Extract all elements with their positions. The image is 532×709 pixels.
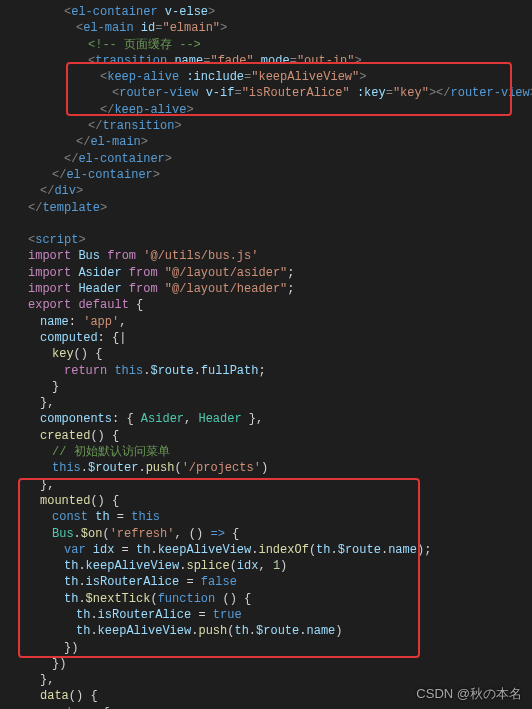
token: () { <box>69 689 98 703</box>
token: > <box>174 119 181 133</box>
token: "out-in" <box>297 54 355 68</box>
token: name <box>40 315 69 329</box>
token: th <box>316 543 330 557</box>
token: > <box>76 184 83 198</box>
code-line[interactable]: th.isRouterAlice = true <box>28 607 532 623</box>
token: > <box>165 152 172 166</box>
token: : { <box>112 412 141 426</box>
code-line[interactable]: th.$nextTick(function () { <box>28 591 532 607</box>
token: import <box>28 282 71 296</box>
code-line[interactable]: }) <box>28 640 532 656</box>
code-line[interactable]: th.keepAliveView.push(th.$route.name) <box>28 623 532 639</box>
token: "isRouterAlice" <box>242 86 350 100</box>
code-line[interactable]: }) <box>28 656 532 672</box>
token: push <box>146 461 175 475</box>
code-line[interactable]: Bus.$on('refresh', () => { <box>28 526 532 542</box>
token: el-container <box>66 168 152 182</box>
token: isRouterAlice <box>98 608 192 622</box>
code-line[interactable]: computed: {| <box>28 330 532 346</box>
token: mode <box>261 54 290 68</box>
token: . <box>90 624 97 638</box>
token <box>122 282 129 296</box>
token: div <box>54 184 76 198</box>
code-line[interactable]: <!-- 页面缓存 --> <box>28 37 532 53</box>
code-line[interactable]: </el-main> <box>28 134 532 150</box>
code-line[interactable]: </div> <box>28 183 532 199</box>
token: ( <box>174 461 181 475</box>
token: keepAliveView <box>98 624 192 638</box>
token: <!-- 页面缓存 --> <box>88 38 201 52</box>
code-line[interactable]: const th = this <box>28 509 532 525</box>
code-line[interactable]: <router-view v-if="isRouterAlice" :key="… <box>28 85 532 101</box>
code-line[interactable]: <el-main id="elmain"> <box>28 20 532 36</box>
token: el-container <box>78 152 164 166</box>
code-line[interactable]: mounted() { <box>28 493 532 509</box>
token: , <box>184 412 198 426</box>
token: th <box>76 624 90 638</box>
code-line[interactable]: key() { <box>28 346 532 362</box>
code-line[interactable]: return this.$route.fullPath; <box>28 363 532 379</box>
code-line[interactable]: import Header from "@/layout/header"; <box>28 281 532 297</box>
code-area[interactable]: <el-container v-else><el-main id="elmain… <box>24 0 532 709</box>
token: $on <box>81 527 103 541</box>
code-line[interactable]: } <box>28 379 532 395</box>
code-line[interactable]: th.isRouterAlice = false <box>28 574 532 590</box>
token: keep-alive <box>114 103 186 117</box>
code-line[interactable]: </keep-alive> <box>28 102 532 118</box>
token: ( <box>150 592 157 606</box>
token: // 初始默认访问菜单 <box>52 445 170 459</box>
token: :include <box>186 70 244 84</box>
code-line[interactable]: <script> <box>28 232 532 248</box>
code-line[interactable]: }, <box>28 395 532 411</box>
code-line[interactable]: }, <box>28 477 532 493</box>
token: from <box>129 282 158 296</box>
code-line[interactable]: <keep-alive :include="keepAliveView"> <box>28 69 532 85</box>
code-line[interactable]: </el-container> <box>28 151 532 167</box>
token: </ <box>40 184 54 198</box>
code-line[interactable]: // 初始默认访问菜单 <box>28 444 532 460</box>
token: : <box>69 315 83 329</box>
token: > <box>220 21 227 35</box>
token: . <box>90 608 97 622</box>
code-line[interactable]: import Asider from "@/layout/asider"; <box>28 265 532 281</box>
token: indexOf <box>258 543 308 557</box>
token: }, <box>40 673 54 687</box>
token: ( <box>230 559 237 573</box>
token: , <box>119 315 126 329</box>
token: "key" <box>393 86 429 100</box>
code-line[interactable]: var idx = th.keepAliveView.indexOf(th.$r… <box>28 542 532 558</box>
code-line[interactable]: <el-container v-else> <box>28 4 532 20</box>
code-line[interactable]: export default { <box>28 297 532 313</box>
code-line[interactable]: </el-container> <box>28 167 532 183</box>
token: import <box>28 266 71 280</box>
token: }, <box>242 412 264 426</box>
code-line[interactable]: this.$router.push('/projects') <box>28 460 532 476</box>
token: idx <box>237 559 259 573</box>
token: keepAliveView <box>86 559 180 573</box>
token: () { <box>90 429 119 443</box>
token: true <box>213 608 242 622</box>
code-line[interactable]: import Bus from '@/utils/bus.js' <box>28 248 532 264</box>
code-editor[interactable]: <el-container v-else><el-main id="elmain… <box>0 0 532 709</box>
token: 1 <box>273 559 280 573</box>
token: = <box>290 54 297 68</box>
code-line[interactable]: created() { <box>28 428 532 444</box>
token: Header <box>78 282 121 296</box>
token: template <box>42 201 100 215</box>
token: Asider <box>78 266 121 280</box>
code-line[interactable]: name: 'app', <box>28 314 532 330</box>
code-line[interactable]: th.keepAliveView.splice(idx, 1) <box>28 558 532 574</box>
code-line[interactable]: </template> <box>28 200 532 216</box>
code-line[interactable]: return { <box>28 705 532 709</box>
token: $route <box>338 543 381 557</box>
code-line[interactable]: components: { Asider, Header }, <box>28 411 532 427</box>
token: > <box>186 103 193 117</box>
code-line[interactable] <box>28 216 532 232</box>
token: </ <box>100 103 114 117</box>
token: id <box>141 21 155 35</box>
token: </ <box>88 119 102 133</box>
token: . <box>150 543 157 557</box>
code-line[interactable]: <transition name="fade" mode="out-in"> <box>28 53 532 69</box>
token: const <box>52 510 88 524</box>
code-line[interactable]: </transition> <box>28 118 532 134</box>
